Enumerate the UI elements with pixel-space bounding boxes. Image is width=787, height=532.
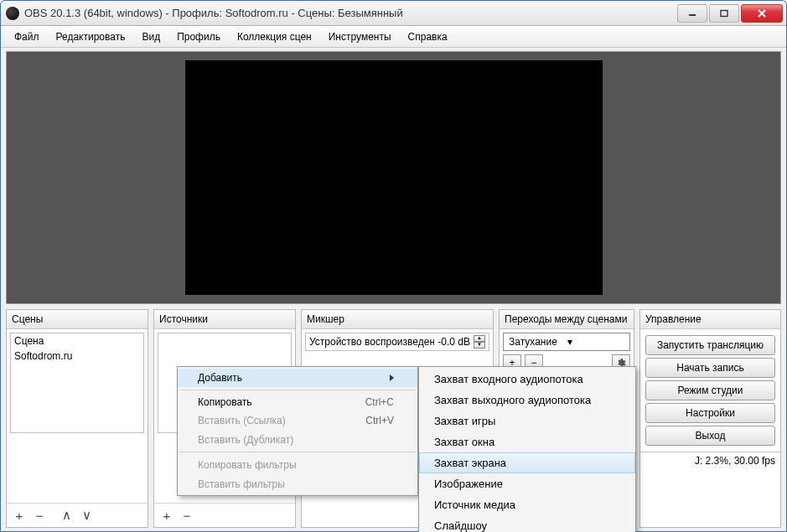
sources-context-menu: Добавить КопироватьCtrl+CВставить (Ссылк…: [177, 366, 418, 496]
add-source-item[interactable]: Изображение: [419, 473, 635, 494]
add-source-button[interactable]: +: [158, 507, 176, 524]
controls-panel-title: Управление: [640, 310, 780, 329]
menubar: ФайлРедактироватьВидПрофильКоллекция сце…: [1, 26, 786, 48]
move-up-button[interactable]: ∧: [57, 507, 75, 524]
add-source-item[interactable]: Захват окна: [419, 431, 635, 452]
controls-panel: Управление Запустить трансляциюНачать за…: [639, 309, 781, 528]
add-source-item[interactable]: Захват экрана: [419, 452, 635, 473]
context-menu-item[interactable]: КопироватьCtrl+C: [178, 393, 417, 411]
add-source-item[interactable]: Слайдшоу: [419, 515, 635, 532]
menu-Файл[interactable]: Файл: [6, 28, 48, 46]
menu-item-add[interactable]: Добавить: [178, 369, 417, 387]
sources-panel-title: Источники: [154, 310, 295, 329]
close-button[interactable]: [741, 4, 783, 23]
menu-Профиль[interactable]: Профиль: [168, 28, 229, 46]
move-down-button[interactable]: ∨: [77, 507, 96, 524]
control-button[interactable]: Запустить трансляцию: [645, 335, 775, 355]
preview-area[interactable]: [6, 51, 781, 304]
menu-Инструменты[interactable]: Инструменты: [320, 28, 400, 46]
add-source-item[interactable]: Источник медиа: [419, 494, 635, 515]
titlebar[interactable]: OBS 20.1.3 (64bit, windows) - Профиль: S…: [1, 1, 786, 26]
add-source-submenu: Захват входного аудиопотокаЗахват выходн…: [418, 366, 636, 532]
dropdown-icon: ▾: [567, 336, 626, 348]
context-menu-item: Вставить (Ссылка)Ctrl+V: [178, 411, 417, 430]
mixer-panel-title: Микшер: [302, 310, 493, 329]
remove-scene-button[interactable]: −: [30, 507, 49, 524]
sources-toolbar: + −: [154, 503, 295, 527]
mixer-db-value: -0.0 dB: [438, 336, 470, 348]
mixer-row[interactable]: Устройство воспроизведени -0.0 dB ▲▼: [305, 333, 489, 351]
preview-canvas[interactable]: [185, 60, 603, 295]
context-menu-item: Вставить (Дубликат): [178, 430, 417, 449]
scene-item[interactable]: Softodrom.ru: [11, 349, 143, 364]
window-controls: [677, 4, 783, 23]
scenes-panel-title: Сцены: [7, 310, 148, 329]
minimize-button[interactable]: [677, 4, 707, 23]
scenes-panel: Сцены СценаSoftodrom.ru + − ∧ ∨: [6, 309, 148, 528]
mixer-db-spinner[interactable]: ▲▼: [474, 335, 485, 349]
transitions-panel-title: Переходы между сценами: [500, 310, 634, 329]
context-menu-item: Вставить фильтры: [178, 474, 417, 493]
menu-Коллекция сцен[interactable]: Коллекция сцен: [229, 28, 320, 46]
menu-Справка[interactable]: Справка: [400, 28, 456, 46]
context-menu-item: Копировать фильтры: [178, 455, 417, 474]
scene-item[interactable]: Сцена: [11, 333, 143, 349]
window-title: OBS 20.1.3 (64bit, windows) - Профиль: S…: [24, 7, 677, 19]
add-source-item[interactable]: Захват выходного аудиопотока: [419, 390, 635, 411]
control-button[interactable]: Выход: [645, 426, 775, 446]
scenes-toolbar: + − ∧ ∨: [7, 503, 148, 527]
add-source-item[interactable]: Захват игры: [419, 411, 635, 431]
svg-rect-1: [721, 10, 727, 16]
add-scene-button[interactable]: +: [10, 507, 28, 524]
maximize-button[interactable]: [709, 4, 739, 23]
remove-source-button[interactable]: −: [178, 507, 196, 524]
scenes-list[interactable]: СценаSoftodrom.ru: [10, 333, 144, 433]
control-button[interactable]: Начать запись: [645, 358, 775, 378]
add-source-item[interactable]: Захват входного аудиопотока: [419, 369, 635, 390]
transition-selected: Затухание: [509, 336, 567, 348]
menu-Вид[interactable]: Вид: [133, 28, 168, 46]
control-button[interactable]: Режим студии: [645, 380, 775, 400]
transition-select[interactable]: Затухание ▾: [503, 333, 630, 351]
obs-logo-icon: [6, 7, 19, 20]
mixer-device-name: Устройство воспроизведени: [309, 336, 434, 348]
control-button[interactable]: Настройки: [645, 403, 775, 423]
status-line: J: 2.3%, 30.00 fps: [640, 452, 780, 469]
menu-Редактировать[interactable]: Редактировать: [48, 28, 134, 46]
